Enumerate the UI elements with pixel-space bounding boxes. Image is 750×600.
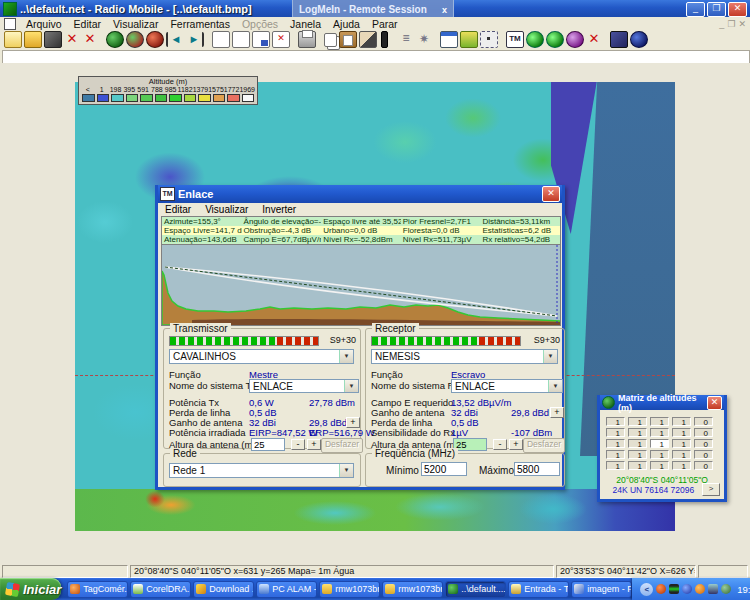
matrix-next-button[interactable]: >: [702, 483, 720, 496]
options-gear-icon[interactable]: [416, 32, 432, 47]
menu-opcoes[interactable]: Opções: [236, 18, 284, 30]
world-map-icon[interactable]: [106, 31, 124, 48]
tx-station-combo[interactable]: CAVALINHOS▼: [169, 349, 354, 364]
unit-green-icon[interactable]: [526, 31, 544, 48]
tray-flame-icon[interactable]: [656, 584, 666, 594]
chevron-down-icon[interactable]: ▼: [339, 464, 353, 477]
tx-antenna-height-input[interactable]: [251, 438, 285, 451]
taskbar-item-folder1[interactable]: rmw1073bra: [319, 581, 380, 598]
world-night-icon[interactable]: [630, 31, 648, 48]
tx-system-combo[interactable]: ENLACE▼: [249, 379, 359, 393]
taskbar-item-pcalam[interactable]: PC ALAM - ...: [256, 581, 317, 598]
menu-parar[interactable]: Parar: [366, 18, 404, 30]
print-icon[interactable]: [298, 31, 316, 48]
grayscale-bar-icon[interactable]: [381, 31, 388, 48]
tray-ball-icon[interactable]: [695, 584, 705, 594]
goto-end-icon[interactable]: [186, 32, 204, 47]
tray-trafficlight-icon[interactable]: [669, 584, 679, 594]
elevation-card-icon[interactable]: [610, 31, 628, 48]
altitude-legend: Altitude (m) < 1 198 395 591 788 985 118…: [78, 76, 258, 105]
world-coverage-icon[interactable]: [126, 31, 144, 48]
unit-purple-icon[interactable]: [566, 31, 584, 48]
merge-picture-icon[interactable]: [359, 31, 377, 48]
rx-undo-button[interactable]: Desfazer: [523, 438, 565, 453]
goto-start-icon[interactable]: [166, 32, 184, 47]
enlace-menu-visualizar[interactable]: Visualizar: [198, 204, 255, 215]
menu-arquivo[interactable]: Arquivo: [20, 18, 68, 30]
chevron-down-icon[interactable]: ▼: [339, 350, 353, 363]
world-properties-icon[interactable]: [146, 31, 164, 48]
menu-visualizar[interactable]: Visualizar: [107, 18, 164, 30]
save-picture-icon[interactable]: [252, 31, 270, 48]
logmein-close-icon[interactable]: x: [442, 5, 447, 15]
fullscreen-icon[interactable]: [480, 31, 498, 48]
enlace-close-button[interactable]: ✕: [542, 186, 560, 202]
folder-icon: [322, 584, 332, 594]
cut-red-icon[interactable]: [82, 32, 98, 47]
paste-icon[interactable]: [339, 31, 357, 48]
taskbar-item-folder2[interactable]: rmw1073bra: [382, 581, 443, 598]
menu-editar[interactable]: Editar: [68, 18, 107, 30]
menu-ajuda[interactable]: Ajuda: [327, 18, 366, 30]
tx-height-minus-button[interactable]: -: [291, 439, 305, 450]
matriz-titlebar[interactable]: Matriz de altitudes (m) ✕: [600, 395, 724, 410]
walker-icon[interactable]: [460, 31, 478, 48]
freq-max-input[interactable]: [514, 462, 560, 476]
rx-antenna-height-input[interactable]: [453, 438, 487, 451]
chevron-down-icon[interactable]: ▼: [344, 380, 358, 392]
taskbar-item-imagem[interactable]: imagem - P...: [571, 581, 632, 598]
taskbar-item-tagcomer[interactable]: TagComér...: [67, 581, 128, 598]
menu-janela[interactable]: Janela: [284, 18, 327, 30]
taskbar-item-download[interactable]: Download ...: [193, 581, 254, 598]
save-network-icon[interactable]: [44, 31, 62, 48]
tray-network-icon[interactable]: [721, 584, 731, 594]
taskbar-item-coreldraw[interactable]: CorelDRA...: [130, 581, 191, 598]
network-combo[interactable]: Rede 1▼: [169, 463, 354, 478]
delete-picture-icon[interactable]: [272, 31, 290, 48]
tray-moon-icon[interactable]: [682, 584, 692, 594]
enlace-menu-editar[interactable]: Editar: [158, 204, 198, 215]
legend-swatch: [184, 94, 197, 102]
rx-station-combo[interactable]: NEMESIS▼: [371, 349, 558, 364]
rx-antenna-plus-button[interactable]: +: [550, 407, 564, 418]
tray-collapse-icon[interactable]: <: [640, 583, 653, 596]
delete-unit-icon[interactable]: [64, 32, 80, 47]
open-network-icon[interactable]: [24, 31, 42, 48]
grid-cell[interactable]: 1: [606, 417, 625, 426]
transmitter-group: Transmissor S9+30 CAVALINHOS▼ FunçãoMest…: [163, 328, 361, 449]
enlace-titlebar[interactable]: TM Enlace ✕: [158, 185, 562, 203]
menu-ferramentas[interactable]: Ferramentas: [164, 18, 236, 30]
delete-red-icon[interactable]: [586, 32, 602, 47]
rm-tm-icon[interactable]: [506, 31, 524, 48]
grid-cell-selected[interactable]: 1: [650, 439, 669, 448]
terrain-profile-chart[interactable]: [161, 244, 561, 326]
restore-button[interactable]: ❐: [707, 2, 726, 17]
new-network-icon[interactable]: [4, 31, 22, 48]
close-button[interactable]: ✕: [728, 2, 747, 17]
taskbar-item-radiomobile[interactable]: ..\default....: [445, 581, 506, 598]
picture-properties-icon[interactable]: [232, 31, 250, 48]
chevron-down-icon[interactable]: ▼: [548, 380, 562, 392]
mdi-window-controls[interactable]: _❐✕: [719, 19, 750, 29]
enlace-menu-inverter[interactable]: Inverter: [255, 204, 303, 215]
mdi-child-icon[interactable]: [4, 18, 16, 30]
unit-green2-icon[interactable]: [546, 31, 564, 48]
windows-flag-icon: [5, 581, 20, 596]
window-icon[interactable]: [440, 31, 458, 48]
tx-undo-button[interactable]: Desfazer: [321, 438, 363, 453]
rx-system-combo[interactable]: ENLACE▼: [451, 379, 563, 393]
chevron-down-icon[interactable]: ▼: [543, 350, 557, 363]
freq-min-input[interactable]: [421, 462, 467, 476]
tray-display-icon[interactable]: [708, 584, 718, 594]
tx-height-plus-button[interactable]: +: [307, 439, 321, 450]
ruler-icon[interactable]: [398, 32, 414, 47]
taskbar-item-entrada[interactable]: Entrada - T...: [508, 581, 569, 598]
rx-height-plus-button[interactable]: +: [509, 439, 523, 450]
copy-icon[interactable]: [324, 33, 337, 47]
minimize-button[interactable]: _: [686, 2, 705, 17]
rx-height-minus-button[interactable]: -: [493, 439, 507, 450]
receiver-group: Receptor S9+30 NEMESIS▼ FunçãoEscravo No…: [365, 328, 565, 449]
new-picture-icon[interactable]: [212, 31, 230, 48]
matriz-close-button[interactable]: ✕: [707, 396, 722, 410]
start-button[interactable]: Iniciar: [0, 578, 61, 600]
